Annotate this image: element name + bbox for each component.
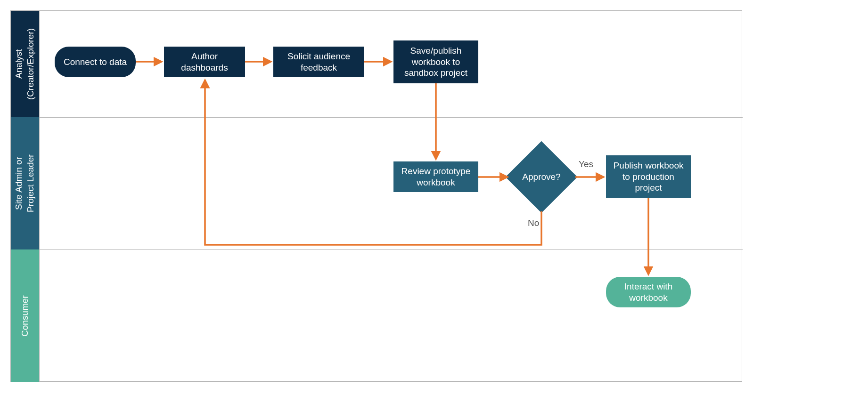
- node-publish-production: Publish workbook to production project: [606, 155, 691, 198]
- swimlane-label-text: Analyst (Creator/Explorer): [13, 28, 36, 100]
- node-save-publish-sandbox: Save/publish workbook to sandbox project: [393, 40, 478, 83]
- node-label: Solicit audience feedback: [279, 51, 359, 73]
- lane-divider-1: [39, 117, 743, 118]
- decision-label-yes: Yes: [579, 159, 593, 169]
- lane-divider-2: [39, 249, 743, 250]
- swimlane-label-text: Site Admin or Project Leader: [13, 154, 36, 213]
- swimlane-diagram: Analyst (Creator/Explorer) Site Admin or…: [10, 10, 742, 382]
- node-label: Interact with workbook: [612, 281, 685, 304]
- swimlane-label-siteadmin: Site Admin or Project Leader: [11, 117, 39, 249]
- node-label: Author dashboards: [170, 51, 239, 73]
- lane-vertical-divider: [39, 11, 40, 382]
- decision-label-no: No: [528, 218, 539, 228]
- node-approve-decision: Approve?: [506, 142, 577, 212]
- node-label: Save/publish workbook to sandbox project: [399, 45, 473, 79]
- node-label: Publish workbook to production project: [612, 160, 685, 193]
- swimlane-label-text: Consumer: [19, 295, 31, 337]
- swimlane-label-analyst: Analyst (Creator/Explorer): [11, 11, 39, 117]
- node-label: Approve?: [506, 142, 577, 212]
- node-label: Connect to data: [64, 56, 127, 68]
- node-solicit-feedback: Solicit audience feedback: [273, 47, 364, 77]
- node-review-prototype: Review prototype workbook: [393, 161, 478, 192]
- swimlane-label-consumer: Consumer: [11, 249, 39, 382]
- node-label: Review prototype workbook: [399, 166, 473, 188]
- node-interact-workbook: Interact with workbook: [606, 277, 691, 307]
- node-connect-to-data: Connect to data: [55, 47, 136, 77]
- node-author-dashboards: Author dashboards: [164, 47, 245, 77]
